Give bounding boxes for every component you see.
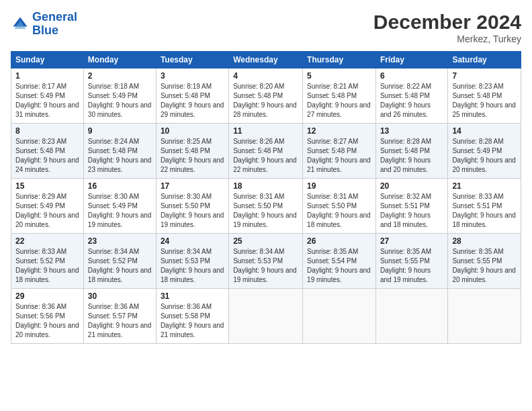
header-monday: Monday: [83, 52, 156, 68]
week-row-5: 29Sunrise: 8:36 AM Sunset: 5:56 PM Dayli…: [11, 289, 521, 344]
day-info: Sunrise: 8:20 AM Sunset: 5:48 PM Dayligh…: [233, 82, 298, 120]
day-number: 20: [380, 181, 443, 191]
table-row: 16Sunrise: 8:30 AM Sunset: 5:49 PM Dayli…: [83, 179, 156, 234]
day-number: 9: [88, 126, 152, 136]
day-info: Sunrise: 8:28 AM Sunset: 5:48 PM Dayligh…: [380, 137, 443, 175]
day-info: Sunrise: 8:22 AM Sunset: 5:48 PM Dayligh…: [380, 82, 443, 120]
table-row: 20Sunrise: 8:32 AM Sunset: 5:51 PM Dayli…: [375, 179, 447, 234]
day-number: 4: [233, 71, 298, 81]
table-row: 18Sunrise: 8:31 AM Sunset: 5:50 PM Dayli…: [229, 179, 303, 234]
day-info: Sunrise: 8:36 AM Sunset: 5:57 PM Dayligh…: [88, 302, 152, 340]
table-row: 9Sunrise: 8:24 AM Sunset: 5:48 PM Daylig…: [83, 124, 156, 179]
table-row: [303, 289, 376, 344]
day-info: Sunrise: 8:35 AM Sunset: 5:55 PM Dayligh…: [380, 247, 443, 285]
logo-icon: [11, 15, 30, 34]
day-number: 30: [88, 291, 152, 301]
day-info: Sunrise: 8:19 AM Sunset: 5:48 PM Dayligh…: [161, 82, 224, 120]
week-row-4: 22Sunrise: 8:33 AM Sunset: 5:52 PM Dayli…: [11, 234, 521, 289]
day-info: Sunrise: 8:31 AM Sunset: 5:50 PM Dayligh…: [233, 192, 298, 230]
table-row: 2Sunrise: 8:18 AM Sunset: 5:49 PM Daylig…: [83, 68, 156, 124]
day-number: 21: [452, 181, 517, 191]
day-info: Sunrise: 8:23 AM Sunset: 5:48 PM Dayligh…: [452, 82, 517, 120]
table-row: 4Sunrise: 8:20 AM Sunset: 5:48 PM Daylig…: [229, 68, 303, 124]
header: General Blue December 2024 Merkez, Turke…: [11, 11, 521, 44]
logo-text: General Blue: [32, 11, 77, 38]
table-row: 1Sunrise: 8:17 AM Sunset: 5:49 PM Daylig…: [11, 68, 84, 124]
day-number: 25: [233, 236, 298, 246]
day-number: 19: [307, 181, 371, 191]
table-row: 15Sunrise: 8:29 AM Sunset: 5:49 PM Dayli…: [11, 179, 84, 234]
table-row: 28Sunrise: 8:35 AM Sunset: 5:55 PM Dayli…: [448, 234, 521, 289]
weekday-header-row: Sunday Monday Tuesday Wednesday Thursday…: [11, 52, 521, 68]
table-row: 23Sunrise: 8:34 AM Sunset: 5:52 PM Dayli…: [83, 234, 156, 289]
day-info: Sunrise: 8:26 AM Sunset: 5:48 PM Dayligh…: [233, 137, 298, 175]
table-row: 14Sunrise: 8:28 AM Sunset: 5:49 PM Dayli…: [448, 124, 521, 179]
day-number: 13: [380, 126, 443, 136]
day-number: 8: [15, 126, 79, 136]
day-info: Sunrise: 8:32 AM Sunset: 5:51 PM Dayligh…: [380, 192, 443, 230]
day-info: Sunrise: 8:36 AM Sunset: 5:58 PM Dayligh…: [161, 302, 224, 340]
day-number: 28: [452, 236, 517, 246]
table-row: 30Sunrise: 8:36 AM Sunset: 5:57 PM Dayli…: [83, 289, 156, 344]
header-sunday: Sunday: [11, 52, 84, 68]
table-row: 10Sunrise: 8:25 AM Sunset: 5:48 PM Dayli…: [156, 124, 228, 179]
table-row: 12Sunrise: 8:27 AM Sunset: 5:48 PM Dayli…: [303, 124, 376, 179]
day-number: 2: [88, 71, 152, 81]
day-number: 17: [161, 181, 224, 191]
header-saturday: Saturday: [448, 52, 521, 68]
day-number: 11: [233, 126, 298, 136]
day-number: 14: [452, 126, 517, 136]
day-info: Sunrise: 8:34 AM Sunset: 5:53 PM Dayligh…: [161, 247, 224, 285]
day-info: Sunrise: 8:36 AM Sunset: 5:56 PM Dayligh…: [15, 302, 79, 340]
day-info: Sunrise: 8:30 AM Sunset: 5:50 PM Dayligh…: [161, 192, 224, 230]
day-info: Sunrise: 8:31 AM Sunset: 5:50 PM Dayligh…: [307, 192, 371, 230]
day-number: 7: [452, 71, 517, 81]
table-row: 5Sunrise: 8:21 AM Sunset: 5:48 PM Daylig…: [303, 68, 376, 124]
table-row: 17Sunrise: 8:30 AM Sunset: 5:50 PM Dayli…: [156, 179, 228, 234]
week-row-1: 1Sunrise: 8:17 AM Sunset: 5:49 PM Daylig…: [11, 68, 521, 124]
day-info: Sunrise: 8:29 AM Sunset: 5:49 PM Dayligh…: [15, 192, 79, 230]
title-block: December 2024 Merkez, Turkey: [373, 11, 521, 44]
day-number: 1: [15, 71, 79, 81]
header-tuesday: Tuesday: [156, 52, 228, 68]
location: Merkez, Turkey: [373, 34, 521, 44]
day-number: 12: [307, 126, 371, 136]
table-row: 29Sunrise: 8:36 AM Sunset: 5:56 PM Dayli…: [11, 289, 84, 344]
day-number: 31: [161, 291, 224, 301]
day-info: Sunrise: 8:24 AM Sunset: 5:48 PM Dayligh…: [88, 137, 152, 175]
day-info: Sunrise: 8:33 AM Sunset: 5:52 PM Dayligh…: [15, 247, 79, 285]
day-info: Sunrise: 8:35 AM Sunset: 5:55 PM Dayligh…: [452, 247, 517, 285]
table-row: 27Sunrise: 8:35 AM Sunset: 5:55 PM Dayli…: [375, 234, 447, 289]
day-number: 18: [233, 181, 298, 191]
day-number: 27: [380, 236, 443, 246]
day-number: 29: [15, 291, 79, 301]
table-row: 6Sunrise: 8:22 AM Sunset: 5:48 PM Daylig…: [375, 68, 447, 124]
day-info: Sunrise: 8:30 AM Sunset: 5:49 PM Dayligh…: [88, 192, 152, 230]
logo-line1: General: [32, 10, 77, 24]
table-row: [229, 289, 303, 344]
page: General Blue December 2024 Merkez, Turke…: [0, 0, 532, 411]
logo: General Blue: [11, 11, 77, 38]
day-info: Sunrise: 8:28 AM Sunset: 5:49 PM Dayligh…: [452, 137, 517, 175]
table-row: 25Sunrise: 8:34 AM Sunset: 5:53 PM Dayli…: [229, 234, 303, 289]
day-info: Sunrise: 8:25 AM Sunset: 5:48 PM Dayligh…: [161, 137, 224, 175]
day-info: Sunrise: 8:21 AM Sunset: 5:48 PM Dayligh…: [307, 82, 371, 120]
day-number: 16: [88, 181, 152, 191]
day-number: 22: [15, 236, 79, 246]
week-row-3: 15Sunrise: 8:29 AM Sunset: 5:49 PM Dayli…: [11, 179, 521, 234]
day-info: Sunrise: 8:33 AM Sunset: 5:51 PM Dayligh…: [452, 192, 517, 230]
table-row: 26Sunrise: 8:35 AM Sunset: 5:54 PM Dayli…: [303, 234, 376, 289]
day-number: 26: [307, 236, 371, 246]
header-friday: Friday: [375, 52, 447, 68]
table-row: 31Sunrise: 8:36 AM Sunset: 5:58 PM Dayli…: [156, 289, 228, 344]
day-number: 5: [307, 71, 371, 81]
day-info: Sunrise: 8:23 AM Sunset: 5:48 PM Dayligh…: [15, 137, 79, 175]
header-thursday: Thursday: [303, 52, 376, 68]
table-row: 11Sunrise: 8:26 AM Sunset: 5:48 PM Dayli…: [229, 124, 303, 179]
table-row: 13Sunrise: 8:28 AM Sunset: 5:48 PM Dayli…: [375, 124, 447, 179]
month-title: December 2024: [373, 11, 521, 34]
day-info: Sunrise: 8:27 AM Sunset: 5:48 PM Dayligh…: [307, 137, 371, 175]
table-row: 3Sunrise: 8:19 AM Sunset: 5:48 PM Daylig…: [156, 68, 228, 124]
week-row-2: 8Sunrise: 8:23 AM Sunset: 5:48 PM Daylig…: [11, 124, 521, 179]
table-row: 19Sunrise: 8:31 AM Sunset: 5:50 PM Dayli…: [303, 179, 376, 234]
